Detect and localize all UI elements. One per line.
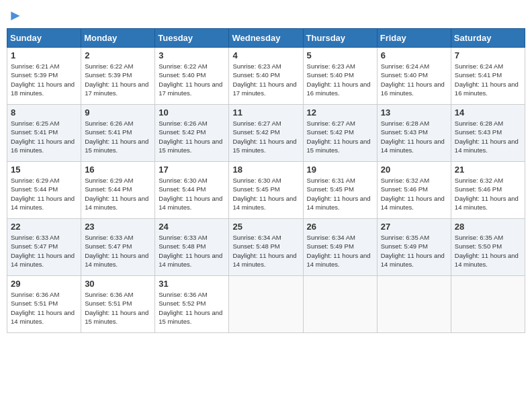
- day-number: 9: [85, 107, 151, 118]
- calendar-cell: 24Sunrise: 6:33 AMSunset: 5:48 PMDayligh…: [155, 219, 229, 276]
- day-number: 5: [307, 50, 373, 60]
- calendar-day-header: Thursday: [303, 29, 377, 48]
- day-number: 14: [455, 107, 521, 118]
- day-info: Sunrise: 6:21 AMSunset: 5:39 PMDaylight:…: [11, 62, 77, 97]
- logo: ►: [7, 9, 23, 24]
- calendar-cell: 5Sunrise: 6:23 AMSunset: 5:40 PMDaylight…: [303, 48, 377, 105]
- day-number: 23: [85, 222, 151, 232]
- day-number: 7: [455, 50, 521, 60]
- day-info: Sunrise: 6:33 AMSunset: 5:47 PMDaylight:…: [11, 233, 77, 269]
- day-number: 22: [11, 222, 77, 232]
- calendar-cell: [303, 276, 377, 333]
- day-info: Sunrise: 6:33 AMSunset: 5:47 PMDaylight:…: [85, 233, 151, 269]
- day-info: Sunrise: 6:35 AMSunset: 5:49 PMDaylight:…: [381, 233, 447, 269]
- calendar-cell: [451, 276, 525, 333]
- day-number: 24: [159, 222, 225, 232]
- day-info: Sunrise: 6:22 AMSunset: 5:39 PMDaylight:…: [85, 62, 151, 97]
- day-info: Sunrise: 6:26 AMSunset: 5:41 PMDaylight:…: [85, 119, 151, 154]
- day-number: 16: [85, 165, 151, 175]
- calendar-cell: 15Sunrise: 6:29 AMSunset: 5:44 PMDayligh…: [7, 162, 81, 219]
- day-info: Sunrise: 6:23 AMSunset: 5:40 PMDaylight:…: [232, 62, 299, 97]
- calendar-day-header: Sunday: [7, 29, 81, 48]
- day-number: 30: [85, 279, 151, 289]
- day-number: 29: [11, 279, 77, 289]
- calendar-day-header: Friday: [377, 29, 451, 48]
- day-number: 8: [11, 107, 77, 118]
- day-info: Sunrise: 6:33 AMSunset: 5:48 PMDaylight:…: [159, 233, 225, 269]
- calendar-week-row: 15Sunrise: 6:29 AMSunset: 5:44 PMDayligh…: [7, 162, 525, 219]
- page-header: ►: [7, 7, 525, 24]
- calendar-week-row: 22Sunrise: 6:33 AMSunset: 5:47 PMDayligh…: [7, 219, 525, 276]
- day-info: Sunrise: 6:27 AMSunset: 5:42 PMDaylight:…: [232, 119, 299, 154]
- calendar-cell: 21Sunrise: 6:32 AMSunset: 5:46 PMDayligh…: [451, 162, 525, 219]
- calendar-cell: [229, 276, 303, 333]
- day-number: 15: [11, 165, 77, 175]
- calendar-cell: 7Sunrise: 6:24 AMSunset: 5:41 PMDaylight…: [451, 48, 525, 105]
- calendar-cell: 12Sunrise: 6:27 AMSunset: 5:42 PMDayligh…: [303, 105, 377, 162]
- day-number: 26: [307, 222, 373, 232]
- calendar-cell: 25Sunrise: 6:34 AMSunset: 5:48 PMDayligh…: [229, 219, 303, 276]
- calendar-cell: 3Sunrise: 6:22 AMSunset: 5:40 PMDaylight…: [155, 48, 229, 105]
- calendar-cell: 20Sunrise: 6:32 AMSunset: 5:46 PMDayligh…: [377, 162, 451, 219]
- day-info: Sunrise: 6:34 AMSunset: 5:48 PMDaylight:…: [232, 233, 299, 269]
- day-number: 1: [11, 50, 77, 60]
- day-number: 25: [232, 222, 299, 232]
- calendar-cell: 1Sunrise: 6:21 AMSunset: 5:39 PMDaylight…: [7, 48, 81, 105]
- day-info: Sunrise: 6:28 AMSunset: 5:43 PMDaylight:…: [455, 119, 521, 154]
- day-info: Sunrise: 6:27 AMSunset: 5:42 PMDaylight:…: [307, 119, 373, 154]
- calendar-day-header: Tuesday: [155, 29, 229, 48]
- calendar-cell: 19Sunrise: 6:31 AMSunset: 5:45 PMDayligh…: [303, 162, 377, 219]
- calendar-cell: 9Sunrise: 6:26 AMSunset: 5:41 PMDaylight…: [81, 105, 155, 162]
- calendar-table: SundayMondayTuesdayWednesdayThursdayFrid…: [7, 28, 525, 333]
- calendar-cell: 17Sunrise: 6:30 AMSunset: 5:44 PMDayligh…: [155, 162, 229, 219]
- day-info: Sunrise: 6:32 AMSunset: 5:46 PMDaylight:…: [381, 176, 447, 212]
- day-info: Sunrise: 6:30 AMSunset: 5:44 PMDaylight:…: [159, 176, 225, 212]
- calendar-cell: 23Sunrise: 6:33 AMSunset: 5:47 PMDayligh…: [81, 219, 155, 276]
- calendar-header-row: SundayMondayTuesdayWednesdayThursdayFrid…: [7, 29, 525, 48]
- logo-bird-icon: ►: [8, 7, 23, 24]
- day-info: Sunrise: 6:34 AMSunset: 5:49 PMDaylight:…: [307, 233, 373, 269]
- day-info: Sunrise: 6:25 AMSunset: 5:41 PMDaylight:…: [11, 119, 77, 154]
- day-info: Sunrise: 6:29 AMSunset: 5:44 PMDaylight:…: [11, 176, 77, 212]
- calendar-day-header: Monday: [81, 29, 155, 48]
- day-info: Sunrise: 6:36 AMSunset: 5:52 PMDaylight:…: [159, 290, 225, 326]
- day-info: Sunrise: 6:22 AMSunset: 5:40 PMDaylight:…: [159, 62, 225, 97]
- calendar-cell: 8Sunrise: 6:25 AMSunset: 5:41 PMDaylight…: [7, 105, 81, 162]
- calendar-day-header: Saturday: [451, 29, 525, 48]
- day-info: Sunrise: 6:24 AMSunset: 5:40 PMDaylight:…: [381, 62, 447, 97]
- day-info: Sunrise: 6:31 AMSunset: 5:45 PMDaylight:…: [307, 176, 373, 212]
- calendar-week-row: 29Sunrise: 6:36 AMSunset: 5:51 PMDayligh…: [7, 276, 525, 333]
- calendar-cell: 28Sunrise: 6:35 AMSunset: 5:50 PMDayligh…: [451, 219, 525, 276]
- day-info: Sunrise: 6:28 AMSunset: 5:43 PMDaylight:…: [381, 119, 447, 154]
- calendar-cell: 30Sunrise: 6:36 AMSunset: 5:51 PMDayligh…: [81, 276, 155, 333]
- day-number: 18: [232, 165, 299, 175]
- calendar-cell: 26Sunrise: 6:34 AMSunset: 5:49 PMDayligh…: [303, 219, 377, 276]
- day-number: 6: [381, 50, 447, 60]
- calendar-cell: 2Sunrise: 6:22 AMSunset: 5:39 PMDaylight…: [81, 48, 155, 105]
- day-number: 28: [455, 222, 521, 232]
- day-number: 21: [455, 165, 521, 175]
- calendar-week-row: 8Sunrise: 6:25 AMSunset: 5:41 PMDaylight…: [7, 105, 525, 162]
- calendar-cell: 4Sunrise: 6:23 AMSunset: 5:40 PMDaylight…: [229, 48, 303, 105]
- day-number: 11: [232, 107, 299, 118]
- calendar-cell: 14Sunrise: 6:28 AMSunset: 5:43 PMDayligh…: [451, 105, 525, 162]
- day-number: 12: [307, 107, 373, 118]
- calendar-cell: [377, 276, 451, 333]
- calendar-cell: 31Sunrise: 6:36 AMSunset: 5:52 PMDayligh…: [155, 276, 229, 333]
- calendar-cell: 11Sunrise: 6:27 AMSunset: 5:42 PMDayligh…: [229, 105, 303, 162]
- day-info: Sunrise: 6:36 AMSunset: 5:51 PMDaylight:…: [11, 290, 77, 326]
- day-info: Sunrise: 6:24 AMSunset: 5:41 PMDaylight:…: [455, 62, 521, 97]
- day-info: Sunrise: 6:30 AMSunset: 5:45 PMDaylight:…: [232, 176, 299, 212]
- calendar-week-row: 1Sunrise: 6:21 AMSunset: 5:39 PMDaylight…: [7, 48, 525, 105]
- calendar-cell: 10Sunrise: 6:26 AMSunset: 5:42 PMDayligh…: [155, 105, 229, 162]
- day-number: 3: [159, 50, 225, 60]
- day-info: Sunrise: 6:32 AMSunset: 5:46 PMDaylight:…: [455, 176, 521, 212]
- calendar-cell: 6Sunrise: 6:24 AMSunset: 5:40 PMDaylight…: [377, 48, 451, 105]
- day-number: 27: [381, 222, 447, 232]
- day-number: 13: [381, 107, 447, 118]
- day-info: Sunrise: 6:29 AMSunset: 5:44 PMDaylight:…: [85, 176, 151, 212]
- calendar-cell: 29Sunrise: 6:36 AMSunset: 5:51 PMDayligh…: [7, 276, 81, 333]
- calendar-cell: 22Sunrise: 6:33 AMSunset: 5:47 PMDayligh…: [7, 219, 81, 276]
- day-info: Sunrise: 6:26 AMSunset: 5:42 PMDaylight:…: [159, 119, 225, 154]
- day-info: Sunrise: 6:35 AMSunset: 5:50 PMDaylight:…: [455, 233, 521, 269]
